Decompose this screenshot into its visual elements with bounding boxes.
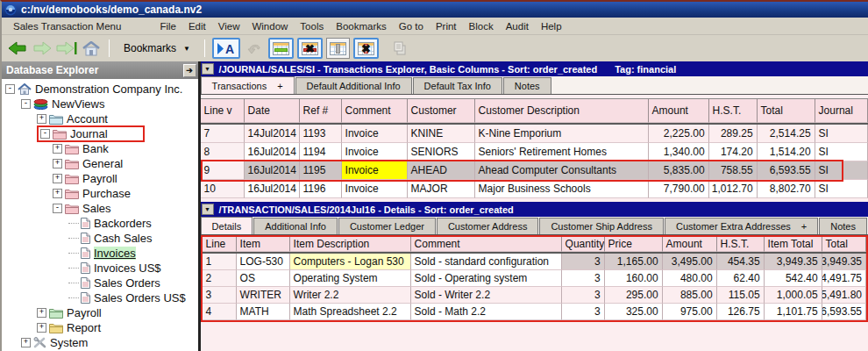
cell-total[interactable]: 2,514.25 [758,125,815,143]
column-header-line[interactable]: Line [203,237,237,252]
cell-ref[interactable]: 1193 [300,125,342,143]
cell-quantity[interactable]: 3 [562,270,605,287]
column-header-comment[interactable]: Comment [342,99,408,123]
cell-line[interactable]: 7 [201,125,245,143]
cell-amount[interactable]: 885.00 [663,287,717,304]
column-header-item[interactable]: Item [237,237,290,252]
collapse-icon[interactable]: - [21,99,31,109]
details-tab-additional-info[interactable]: Additional Info [253,218,338,234]
column-header-h-s-t[interactable]: H.S.T. [709,99,758,123]
home-icon[interactable] [81,38,102,59]
details-tab-notes[interactable]: Notes [819,218,867,234]
cell-customer[interactable]: KNINE [408,125,475,143]
cell-amount[interactable]: 3,495.00 [663,254,717,270]
cell-description[interactable]: K-Nine Emporium [475,125,649,143]
cell-total[interactable]: 5,491.80 [822,287,866,304]
cell-journal[interactable]: SI [815,161,868,180]
menu-bookmarks[interactable]: Bookmarks [330,19,393,33]
details-tab-customer-ship-address[interactable]: Customer Ship Address [539,218,664,234]
expand-icon[interactable]: + [37,114,46,124]
panel-dropdown-icon[interactable]: ▼ [202,63,214,75]
cell-hst[interactable]: 174.20 [709,143,758,161]
details-tab-customer-address[interactable]: Customer Address [437,218,538,234]
collapse-icon[interactable]: - [40,129,50,139]
cell-item_description[interactable]: Writer 2.2 [290,287,411,304]
cell-item[interactable]: MATH [237,304,290,320]
column-header-item-total[interactable]: Item Total [765,237,822,252]
menu-window[interactable]: Window [245,19,294,33]
cell-total[interactable]: 8,802.70 [758,180,815,198]
cell-comment[interactable]: Sold - standard configuration [411,254,562,270]
expand-icon[interactable]: + [53,144,62,154]
cell-ref[interactable]: 1196 [300,180,342,198]
tree-label-bank[interactable]: Bank [82,142,109,155]
cell-description[interactable]: Ahead Computer Consultants [475,161,649,180]
cell-item_description[interactable]: Computers - Logan 530 [290,254,411,270]
tree-label-account[interactable]: Account [67,112,108,125]
tree-label-payroll[interactable]: Payroll [67,306,102,319]
cell-description[interactable]: Major Business Schools [475,180,649,198]
column-header-price[interactable]: Price [605,237,663,252]
expand-icon[interactable]: + [53,174,62,183]
details-tab-details[interactable]: Details [201,217,253,234]
menu-sales-transaction-menu[interactable]: Sales Transaction Menu [7,19,127,33]
transactions-tab-default-tax-info[interactable]: Default Tax Info [413,77,502,94]
cell-total[interactable]: 4,491.75 [822,270,866,287]
cell-item_description[interactable]: Math Spreadsheet 2.2 [290,304,411,320]
tree-label-payroll[interactable]: Payroll [82,172,117,185]
cell-amount[interactable]: 1,340.00 [649,143,709,161]
cell-line[interactable]: 10 [201,180,245,198]
tree-label-newviews[interactable]: NewViews [52,97,104,111]
menu-block[interactable]: Block [463,19,500,33]
expand-icon[interactable]: + [37,323,46,333]
cell-amount[interactable]: 975.00 [663,304,717,320]
cell-hst[interactable]: 289.25 [709,125,758,143]
add-tab-icon[interactable]: + [801,221,807,232]
cell-item_total[interactable]: 3,949.35 [765,254,822,270]
cell-amount[interactable]: 5,835.00 [649,161,709,180]
cell-item[interactable]: LOG-530 [237,254,290,270]
transactions-tab-transactions[interactable]: Transactions+ [201,76,295,94]
cell-hst[interactable]: 1,012.70 [709,180,758,198]
cell-price[interactable]: 295.00 [605,287,663,304]
table-row-line-10[interactable]: 1016Jul20141196InvoiceMAJORMajor Busines… [201,180,868,198]
collapse-icon[interactable]: - [5,84,15,94]
expand-icon[interactable]: + [53,189,62,198]
column-header-comment[interactable]: Comment [411,237,562,252]
cell-hst[interactable]: 454.35 [717,254,765,270]
cell-ref[interactable]: 1194 [300,143,342,161]
table-row-line-1[interactable]: 1LOG-530Computers - Logan 530Sold - stan… [203,254,866,270]
menu-help[interactable]: Help [535,19,568,33]
transactions-tab-default-additional-info[interactable]: Default Additional Info [295,77,412,94]
tree-label-cash-sales[interactable]: Cash Sales [94,232,152,245]
cell-line[interactable]: 4 [203,304,237,320]
table-row-line-4[interactable]: 4MATHMath Spreadsheet 2.2Sold - Math 2.2… [203,304,866,320]
cell-comment[interactable]: Sold - Writer 2.2 [411,287,562,304]
tree-label-system[interactable]: System [50,336,88,349]
cell-price[interactable]: 1,165.00 [605,254,663,270]
cell-item_description[interactable]: Operating System [290,270,411,287]
menu-tools[interactable]: Tools [294,19,330,33]
menu-file[interactable]: File [153,19,182,33]
cell-item[interactable]: WRITER [237,287,290,304]
panel-arrow-button[interactable]: ➔ [183,64,196,77]
tree-label-report[interactable]: Report [67,321,101,334]
cell-ref[interactable]: 1195 [300,161,342,180]
cell-comment[interactable]: Invoice [342,180,408,198]
cell-description[interactable]: Seniors' Retirement Homes [475,143,649,161]
cell-journal[interactable]: SI [815,180,868,198]
cell-line[interactable]: 2 [203,270,237,287]
cell-total[interactable]: 1,514.20 [758,143,815,161]
cell-comment[interactable]: Invoice [342,161,408,180]
cell-item_total[interactable]: 1,101.75 [765,304,822,320]
tree-label-journal[interactable]: Journal [70,127,108,140]
cell-price[interactable]: 325.00 [605,304,663,320]
cell-quantity[interactable]: 3 [562,304,605,320]
forward-icon[interactable] [32,38,53,59]
cell-total[interactable]: 3,949.35 [822,254,866,270]
menu-print[interactable]: Print [430,19,463,33]
forward-end-icon[interactable] [56,38,77,59]
cell-date[interactable]: 16Jul2014 [245,180,300,198]
cell-amount[interactable]: 480.00 [663,270,717,287]
cell-item[interactable]: OS [237,270,290,287]
